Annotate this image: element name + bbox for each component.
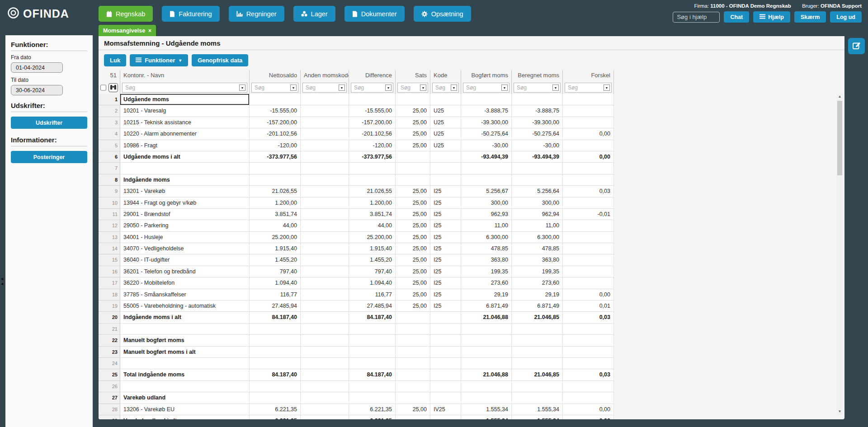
cell-beregnet[interactable]: 5.256,64 [512, 186, 563, 197]
cell-sats[interactable]: 25,00 [396, 266, 430, 277]
cell-beregnet[interactable] [512, 392, 563, 404]
column-header-bogfort[interactable]: Bogført moms [461, 70, 512, 81]
cell-bogfort[interactable]: 1.555,34 [461, 404, 512, 415]
cell-difference[interactable]: 25.200,00 [349, 232, 396, 243]
cell-sats[interactable]: 25,00 [396, 105, 430, 117]
cell-bogfort[interactable]: -39.300,00 [461, 117, 512, 128]
cell-difference[interactable]: -201.102,56 [349, 128, 396, 140]
row-number[interactable]: 10 [99, 197, 120, 209]
row-number[interactable]: 7 [99, 163, 120, 174]
cell-bogfort[interactable] [461, 392, 512, 404]
row-number[interactable]: 24 [99, 358, 120, 369]
cell-beregnet[interactable] [512, 163, 563, 174]
cell-kode[interactable] [430, 335, 461, 346]
cell-forskel[interactable] [563, 174, 614, 186]
row-number[interactable]: 20 [99, 312, 120, 323]
table-row[interactable]: 1636201 - Telefon og bredbånd797,40797,4… [99, 266, 614, 277]
cell-difference[interactable]: 21.026,55 [349, 186, 396, 197]
cell-anden[interactable] [301, 381, 349, 392]
cell-bogfort[interactable]: 6.871,49 [461, 300, 512, 312]
row-number[interactable]: 9 [99, 186, 120, 197]
cell-sats[interactable] [396, 94, 430, 105]
cell-nettosaldo[interactable] [250, 335, 301, 346]
cell-sats[interactable] [396, 369, 430, 380]
table-row[interactable]: 1Udgående moms [99, 94, 614, 105]
cell-difference[interactable]: 6.221,35 [349, 404, 396, 415]
cell-kode[interactable] [430, 94, 461, 105]
cell-kode[interactable]: I25 [430, 289, 461, 300]
log-ud-button[interactable]: Log ud [830, 11, 862, 23]
table-row[interactable]: 913201 - Varekøb21.026,5521.026,5525,00I… [99, 186, 614, 197]
cell-beregnet[interactable] [512, 347, 563, 358]
table-row[interactable]: 27Varekøb udland [99, 392, 614, 404]
cell-kode[interactable]: I25 [430, 300, 461, 312]
cell-forskel[interactable]: 0,00 [563, 289, 614, 300]
cell-beregnet[interactable]: 478,85 [512, 243, 563, 254]
cell-nettosaldo[interactable]: 1.094,40 [250, 277, 301, 289]
cell-beregnet[interactable] [512, 335, 563, 346]
cell-name[interactable]: 29001 - Brændstof [120, 209, 250, 220]
nav-item-regninger[interactable]: Regninger [229, 6, 284, 22]
cell-difference[interactable] [349, 335, 396, 346]
cell-name[interactable]: 13206 - Varekøb EU [120, 404, 250, 415]
cell-name[interactable]: Manuelt bogført moms [120, 335, 250, 346]
cell-name[interactable]: 13201 - Varekøb [120, 186, 250, 197]
cell-name[interactable]: 13944 - Fragt og gebyr v/køb [120, 197, 250, 209]
sk-rm-button[interactable]: Skærm [794, 11, 826, 23]
table-row[interactable]: 1955005 - Varebeholdning - automatisk27.… [99, 300, 614, 312]
help-search-input[interactable] [673, 12, 720, 23]
cell-anden[interactable] [301, 415, 349, 419]
table-row[interactable]: 410220 - Alarm abonnementer-201.102,56-2… [99, 128, 614, 140]
cell-name[interactable]: 34070 - Vedligeholdelse [120, 243, 250, 254]
cell-beregnet[interactable]: 273,60 [512, 277, 563, 289]
cell-bogfort[interactable]: 1.555,34 [461, 415, 512, 419]
cell-beregnet[interactable] [512, 381, 563, 392]
row-number[interactable]: 8 [99, 174, 120, 186]
cell-bogfort[interactable]: 6.300,00 [461, 232, 512, 243]
cell-difference[interactable]: 6.221,35 [349, 415, 396, 419]
cell-anden[interactable] [301, 347, 349, 358]
filter-dropdown-difference[interactable]: ▼ [385, 84, 392, 91]
cell-beregnet[interactable] [512, 174, 563, 186]
cell-sats[interactable]: 25,00 [396, 117, 430, 128]
chat-button[interactable]: Chat [724, 11, 749, 23]
table-row[interactable]: 1129001 - Brændstof3.851,743.851,7425,00… [99, 209, 614, 220]
fra-dato-input[interactable] [11, 62, 63, 73]
cell-beregnet[interactable]: 1.555,34 [512, 415, 563, 419]
cell-bogfort[interactable]: 21.046,88 [461, 369, 512, 380]
luk-button[interactable]: Luk [104, 54, 126, 66]
table-row[interactable]: 21 [99, 324, 614, 335]
cell-nettosaldo[interactable] [250, 347, 301, 358]
cell-bogfort[interactable] [461, 174, 512, 186]
cell-nettosaldo[interactable]: 84.187,40 [250, 312, 301, 323]
scroll-up-arrow-icon[interactable]: ▲ [836, 93, 843, 100]
filter-dropdown-beregnet[interactable]: ▼ [552, 84, 559, 91]
cell-sats[interactable]: 25,00 [396, 209, 430, 220]
cell-nettosaldo[interactable]: 6.221,35 [250, 404, 301, 415]
cell-sats[interactable] [396, 358, 430, 369]
cell-name[interactable]: Varekøb udland i alt [120, 415, 250, 419]
filter-dropdown-kode[interactable]: ▼ [451, 84, 457, 91]
cell-nettosaldo[interactable] [250, 163, 301, 174]
row-number[interactable]: 13 [99, 232, 120, 243]
row-number[interactable]: 11 [99, 209, 120, 220]
row-number[interactable]: 3 [99, 117, 120, 128]
cell-bogfort[interactable]: -50.275,64 [461, 128, 512, 140]
cell-bogfort[interactable]: 962,93 [461, 209, 512, 220]
cell-bogfort[interactable]: -30,00 [461, 140, 512, 151]
cell-bogfort[interactable]: 273,60 [461, 277, 512, 289]
row-number[interactable]: 2 [99, 105, 120, 117]
table-row[interactable]: 510986 - Fragt-120,00-120,0025,00U25-30,… [99, 140, 614, 151]
cell-sats[interactable]: 25,00 [396, 404, 430, 415]
row-number[interactable]: 18 [99, 289, 120, 300]
cell-bogfort[interactable]: 363,80 [461, 254, 512, 266]
nav-item-ops-tning[interactable]: Opsætning [414, 6, 471, 22]
cell-forskel[interactable] [563, 381, 614, 392]
cell-nettosaldo[interactable]: -15.555,00 [250, 105, 301, 117]
row-number[interactable]: 27 [99, 392, 120, 404]
cell-sats[interactable]: 25,00 [396, 254, 430, 266]
cell-beregnet[interactable]: 29,19 [512, 289, 563, 300]
cell-anden[interactable] [301, 163, 349, 174]
cell-kode[interactable]: I25 [430, 186, 461, 197]
cell-forskel[interactable]: -0,01 [563, 209, 614, 220]
